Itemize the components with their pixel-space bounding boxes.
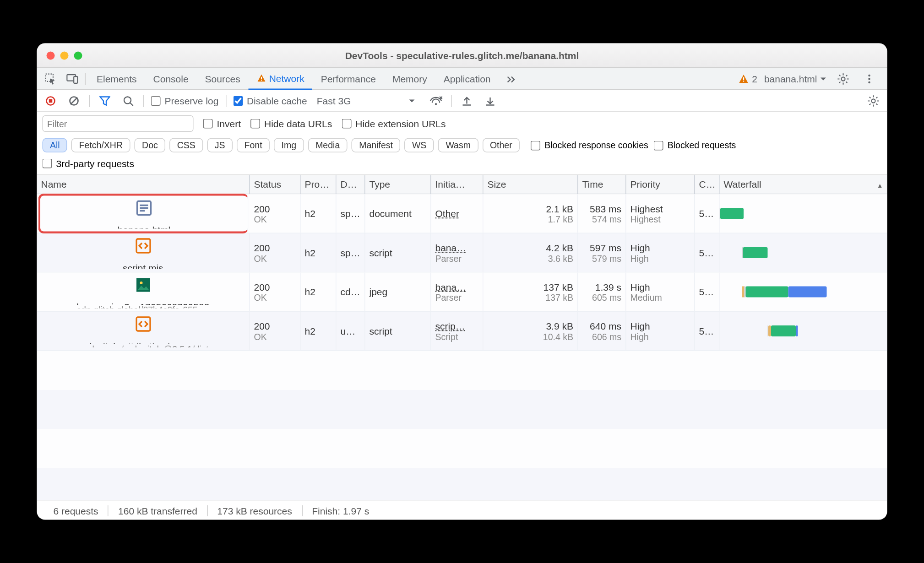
requests-table: NameStatusPro…D…TypeInitia…SizeTimePrior… [37,175,887,501]
column-header[interactable]: Name [37,175,250,194]
tab-label: Memory [392,73,427,84]
script-icon [133,314,152,334]
download-har-icon[interactable] [482,92,499,109]
filter-pill-font[interactable]: Font [237,138,270,153]
target-selector[interactable]: banana.html [764,73,827,84]
tab-label: Elements [97,73,137,84]
tab-network[interactable]: Network [249,68,313,90]
request-name: banana.html [118,225,171,229]
preserve-log-checkbox[interactable]: Preserve log [151,95,219,106]
img-icon [133,276,152,295]
filter-input[interactable] [43,115,194,132]
svg-rect-6 [743,80,744,81]
upload-har-icon[interactable] [459,92,475,109]
table-row[interactable]: banana.jpg?v=1705668720588cdn.glitch.glo… [37,273,887,312]
filter-pill-ws[interactable]: WS [404,138,434,153]
record-button[interactable] [43,92,59,109]
request-name-sub: cdn.glitch.global/87b4c0fe-655… [76,305,209,308]
filter-pill-fetch-xhr[interactable]: Fetch/XHR [71,138,130,153]
invert-checkbox[interactable]: Invert [203,118,241,129]
request-name: script.mjs [123,262,163,269]
column-header[interactable]: Priority [626,175,695,194]
column-header[interactable]: C… [695,175,720,194]
statusbar: 6 requests 160 kB transferred 173 kB res… [37,501,887,520]
filter-pill-all[interactable]: All [43,138,68,153]
doc-icon [135,199,154,218]
inspect-element-icon[interactable] [41,69,60,88]
close-window-button[interactable] [47,51,55,60]
dropdown-caret-icon[interactable] [408,97,415,104]
status-finish: Finish: 1.97 s [302,505,379,516]
disable-cache-label: Disable cache [247,95,307,106]
more-tabs-chevron-icon[interactable] [502,69,521,88]
issues-counter[interactable]: 2 [738,73,757,84]
svg-point-15 [124,97,131,103]
tab-application[interactable]: Application [435,68,499,90]
svg-point-9 [868,78,870,80]
filter-icon[interactable] [97,92,113,109]
devtools-window: DevTools - speculative-rules.glitch.me/b… [37,43,887,520]
filter-pill-img[interactable]: Img [274,138,304,153]
filter-pill-media[interactable]: Media [308,138,348,153]
third-party-label: 3rd-party requests [56,158,134,169]
column-header[interactable]: D… [337,175,365,194]
tab-label: Performance [321,73,376,84]
status-requests: 6 requests [44,505,108,516]
status-resources: 173 kB resources [207,505,302,516]
invert-label: Invert [217,118,241,129]
svg-point-22 [871,99,875,103]
disable-cache-checkbox[interactable]: Disable cache [233,95,307,106]
column-header[interactable]: Pro… [301,175,337,194]
tab-console[interactable]: Console [145,68,197,90]
tab-sources[interactable]: Sources [197,68,249,90]
tab-elements[interactable]: Elements [88,68,145,90]
throttling-select[interactable]: Fast 3G [314,95,354,106]
panel-tabs: ElementsConsoleSourcesNetworkPerformance… [37,68,887,90]
hide-extension-urls-label: Hide extension URLs [355,118,446,129]
column-header[interactable]: Type [365,175,431,194]
filter-pill-doc[interactable]: Doc [135,138,166,153]
column-header[interactable]: Waterfall▲ [720,175,887,194]
hide-data-urls-checkbox[interactable]: Hide data URLs [250,118,332,129]
blocked-cookies-checkbox[interactable]: Blocked response cookies [531,140,648,151]
zoom-window-button[interactable] [74,51,82,60]
filter-pill-other[interactable]: Other [482,138,520,153]
svg-point-29 [140,282,142,284]
tab-label: Application [444,73,491,84]
clear-button[interactable] [66,92,82,109]
svg-line-14 [71,97,77,104]
network-settings-gear-icon[interactable] [865,92,882,109]
svg-rect-12 [49,99,53,103]
tab-label: Network [269,72,304,83]
filter-pill-css[interactable]: CSS [169,138,203,153]
minimize-window-button[interactable] [60,51,69,60]
tab-performance[interactable]: Performance [313,68,384,90]
table-row[interactable]: banana.html200OKh2sp…documentOther2.1 kB… [37,195,887,234]
traffic-lights [37,51,92,60]
request-name: banana.jpg?v=1705668720588 [76,302,209,305]
filter-pill-wasm[interactable]: Wasm [438,138,478,153]
blocked-requests-label: Blocked requests [668,140,736,151]
filter-pill-js[interactable]: JS [207,138,233,153]
kebab-menu-icon[interactable] [860,69,879,88]
table-row[interactable]: web-vitals.attribution.jsunpkg.com/web-v… [37,312,887,351]
table-row[interactable]: script.mjs200OKh2sp…scriptbana…Parser4.2… [37,233,887,273]
svg-point-10 [868,81,870,83]
tab-memory[interactable]: Memory [384,68,435,90]
network-conditions-icon[interactable] [428,92,444,109]
column-header[interactable]: Size [484,175,578,194]
column-header[interactable]: Time [578,175,626,194]
settings-gear-icon[interactable] [834,69,853,88]
blocked-cookies-label: Blocked response cookies [544,140,648,151]
preserve-log-label: Preserve log [165,95,219,106]
column-header[interactable]: Initia… [431,175,484,194]
hide-extension-urls-checkbox[interactable]: Hide extension URLs [342,118,446,129]
third-party-checkbox[interactable]: 3rd-party requests [43,158,134,169]
search-icon[interactable] [120,92,136,109]
filter-pill-manifest[interactable]: Manifest [352,138,401,153]
window-titlebar: DevTools - speculative-rules.glitch.me/b… [37,43,887,68]
column-header[interactable]: Status [250,175,301,194]
svg-point-7 [841,77,845,81]
blocked-requests-checkbox[interactable]: Blocked requests [654,140,736,151]
device-toolbar-icon[interactable] [63,69,82,88]
